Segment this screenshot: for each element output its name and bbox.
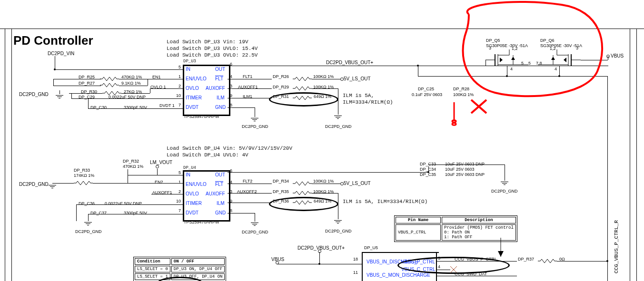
net-ccg-p-ctrl-r-v: CCG_VBUS_P_CTRL_R xyxy=(614,220,619,273)
w xyxy=(69,93,102,94)
w xyxy=(436,270,450,270)
r26-ref: DP_R26 xyxy=(273,74,289,79)
w xyxy=(319,252,320,264)
w xyxy=(338,193,338,219)
w xyxy=(228,79,272,79)
w xyxy=(148,79,148,86)
w xyxy=(119,79,183,79)
u4-n1: 1 xyxy=(178,180,181,184)
w xyxy=(338,88,338,115)
u3-n7: 7 xyxy=(178,103,181,107)
r29-ref: DP_R29 xyxy=(273,85,289,89)
svg-marker-6 xyxy=(500,58,503,62)
u3-pin-flt: FLT xyxy=(215,76,223,81)
ctrl-r1c2: Provider (PMOS) FET control 0: Path ON 1… xyxy=(442,224,516,241)
c33-ref: DP_C33 xyxy=(420,162,436,166)
gnd-icon xyxy=(501,181,508,187)
c37-ref: DP_C37 xyxy=(90,211,107,215)
c36-val: 0.0022uF 50V DNP xyxy=(105,201,142,206)
w xyxy=(88,214,89,221)
c30-val: 3300pF 50V xyxy=(124,105,147,110)
gnd-lbl-2: DC2PD_GND xyxy=(325,124,352,129)
r28-ref: DP_R28 xyxy=(453,87,469,91)
w xyxy=(228,213,255,213)
net-5vlsout-2: 5V_LS_OUT xyxy=(344,181,371,186)
w xyxy=(228,88,272,89)
u4-pin-ovlo: OVLO xyxy=(186,191,199,196)
ctrl-r1c2b: 0: Path ON xyxy=(444,230,514,235)
u3-pin-auxoff: AUXOFF xyxy=(206,86,225,91)
r34-val: 100KΩ 1% xyxy=(313,179,334,184)
w xyxy=(228,193,272,194)
w xyxy=(312,184,340,184)
w xyxy=(88,214,183,214)
u4-pin-enuvlo: EN/UVLO xyxy=(186,182,207,187)
u3-n1: 1 xyxy=(178,74,181,79)
resistor-icon xyxy=(293,77,312,81)
w xyxy=(157,169,158,175)
u4-pin-auxoff: AUXOFF xyxy=(206,191,225,196)
r32-ref: DP_R32 xyxy=(123,159,139,164)
resistor-icon xyxy=(100,77,119,81)
net-vbusout: DC2PD_VBUS_OUT+ xyxy=(326,60,373,65)
w xyxy=(255,213,255,222)
net-gnd-2: DC2PD_GND xyxy=(19,182,49,187)
resistor-icon xyxy=(538,259,557,263)
svg-marker-8 xyxy=(511,57,515,60)
u4-pin-out: OUT xyxy=(215,172,225,177)
u3-n3: 3 xyxy=(230,84,232,88)
sig-en1: EN1 xyxy=(152,75,161,79)
w xyxy=(150,88,150,93)
w xyxy=(255,107,255,117)
sig-flt2: FLT2 xyxy=(243,179,252,184)
net-flag-icon xyxy=(606,55,610,58)
r28-val: 100KΩ 1% xyxy=(453,92,474,97)
r35-ref: DP_R35 xyxy=(273,189,289,194)
border-right-1 xyxy=(630,29,630,281)
sig-dvdt1: DVDT 1 xyxy=(159,103,175,108)
sig-en2: EN2 xyxy=(155,180,163,184)
junction-dot xyxy=(318,263,320,265)
gnd-icon xyxy=(49,184,56,191)
net-5vlsout-1: 5V_LS_OUT xyxy=(344,76,371,81)
r26-val: 100KΩ 1% xyxy=(313,74,334,79)
sel-r1c2: DP_U3 ON, DP_U4 OFF xyxy=(171,266,225,272)
hand-circle-icon xyxy=(269,197,338,211)
w xyxy=(312,79,340,79)
u4-n10: 10 xyxy=(176,199,181,203)
net-dc2pd-vin: DC2PD_VIN xyxy=(48,51,74,56)
gnd-icon xyxy=(84,221,92,228)
junction-dot xyxy=(558,75,560,77)
r27-ref: DP_R27 xyxy=(79,81,95,86)
svg-marker-25 xyxy=(498,251,504,257)
w xyxy=(55,69,183,70)
r34-ref: DP_R34 xyxy=(273,179,289,184)
gnd-lbl-5: DC2PD_GND xyxy=(325,229,352,233)
u4-n8: 8 xyxy=(230,208,232,213)
u4-refdes: DP_U4 xyxy=(183,165,196,170)
w xyxy=(121,93,150,94)
w xyxy=(557,261,607,262)
c36-ref: DP_C36 xyxy=(79,201,95,206)
u3-pin-itimer: ITIMER xyxy=(186,95,202,100)
u3-pin-dvdt: DVDT xyxy=(186,105,198,110)
c35-val: 10uF 25V 0603 DNP xyxy=(445,172,485,177)
w xyxy=(228,98,272,98)
q5-val: SG30P05E -30V -51A xyxy=(486,43,528,48)
border-top xyxy=(0,29,644,29)
resistor-icon xyxy=(100,83,119,87)
w xyxy=(55,56,55,69)
sel-h2: ON / OFF xyxy=(171,258,225,265)
q6-p12: 1,2 xyxy=(550,46,556,51)
w xyxy=(559,66,560,76)
schematic-canvas: PD Controller Load Switch DP_U3 Vin: 19V… xyxy=(0,0,644,281)
w xyxy=(53,79,54,86)
u3-pin-enuvlo: EN/UVLO xyxy=(186,76,207,81)
u5-refdes: DP_U5 xyxy=(364,245,378,250)
note-ilm1a: ILM is 5A, xyxy=(343,93,374,98)
c34-val: 10uF 25V 0603 xyxy=(445,167,475,172)
u3-n2: 2 xyxy=(178,84,181,88)
table-ctrl: Pin NameDescription VBUS_P_CTRL Provider… xyxy=(394,215,517,242)
w xyxy=(76,204,77,221)
w xyxy=(76,204,183,205)
